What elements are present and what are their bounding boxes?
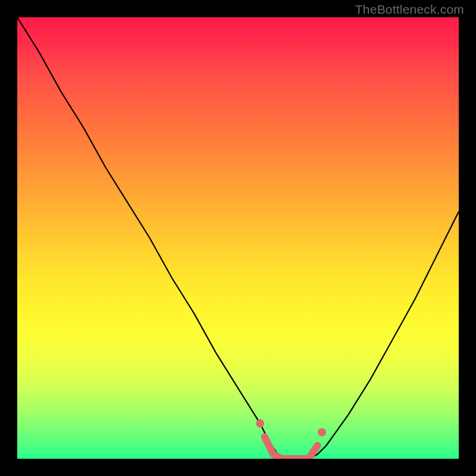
watermark-text: TheBottleneck.com [355, 2, 464, 17]
chart-gradient-background [17, 17, 459, 459]
